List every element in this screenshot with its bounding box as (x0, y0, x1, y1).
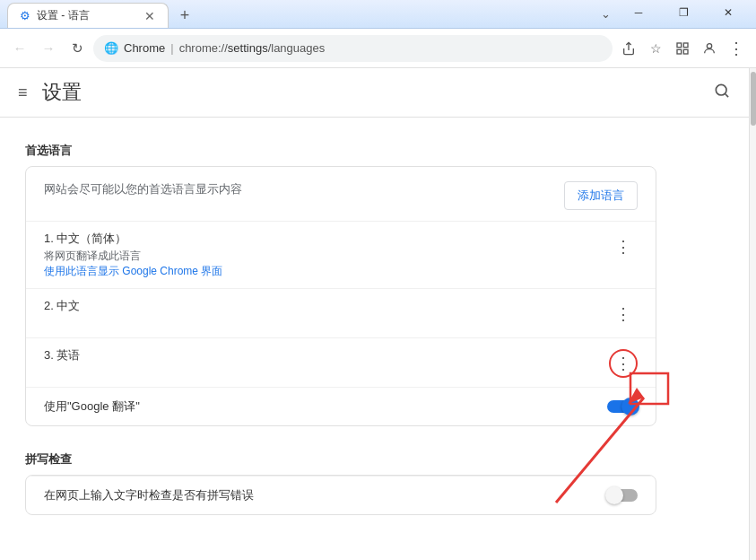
addressbar: ← → ↻ 🌐 Chrome | chrome://settings/langu… (0, 29, 756, 68)
settings-search-button[interactable] (713, 82, 731, 104)
preferred-language-card-header: 网站会尽可能以您的首选语言显示内容 添加语言 (26, 167, 656, 221)
language-item-2: 2. 中文 ⋮ (26, 288, 656, 337)
language-item-3: 3. 英语 ⋮ (26, 337, 656, 387)
google-translate-toggle-row: 使用"Google 翻译" (26, 387, 656, 425)
spellcheck-description: 在网页上输入文字时检查是否有拼写错误 (44, 487, 254, 503)
address-url: chrome://settings/languages (179, 41, 326, 55)
spellcheck-toggle-row: 在网页上输入文字时检查是否有拼写错误 (26, 476, 656, 514)
profile-button[interactable] (697, 36, 722, 61)
spellcheck-section-title: 拼写检查 (25, 441, 656, 475)
svg-point-4 (707, 43, 711, 48)
share-button[interactable] (616, 36, 641, 61)
toolbar-right: ☆ ⋮ (616, 36, 749, 61)
language-item-3-content: 3. 英语 (44, 347, 609, 365)
scrollbar-thumb[interactable] (751, 72, 756, 126)
settings-main-content: ≡ 设置 首选语言 网站会尽可能以您的首选语言显示内容 添加语言 1 (0, 68, 749, 560)
language-1-name: 1. 中文（简体） (44, 231, 609, 247)
close-window-button[interactable]: ✕ (708, 0, 749, 27)
language-item-1: 1. 中文（简体） 将网页翻译成此语言 使用此语言显示 Google Chrom… (26, 221, 656, 288)
settings-page: ≡ 设置 首选语言 网站会尽可能以您的首选语言显示内容 添加语言 1 (0, 68, 756, 560)
language-1-more-button[interactable]: ⋮ (609, 232, 638, 261)
scrollbar-track[interactable] (749, 68, 756, 560)
tab-search-button[interactable] (670, 36, 695, 61)
add-language-button[interactable]: 添加语言 (564, 181, 638, 210)
address-separator: | (170, 41, 173, 55)
spellcheck-toggle[interactable] (607, 489, 638, 502)
tab-strip-chevron[interactable]: ⌄ (601, 7, 611, 21)
language-item-1-content: 1. 中文（简体） 将网页翻译成此语言 使用此语言显示 Google Chrom… (44, 231, 609, 279)
restore-button[interactable]: ❐ (663, 0, 704, 27)
language-1-ui-tag: 使用此语言显示 Google Chrome 界面 (44, 264, 609, 279)
language-3-name: 3. 英语 (44, 347, 609, 363)
svg-rect-1 (683, 43, 688, 48)
language-2-more-button[interactable]: ⋮ (609, 300, 638, 328)
back-button[interactable]: ← (7, 36, 32, 61)
svg-point-5 (716, 84, 726, 95)
language-1-translate-tag: 将网页翻译成此语言 (44, 249, 609, 264)
minimize-button[interactable]: ─ (618, 0, 659, 27)
titlebar: ⚙ 设置 - 语言 ✕ + ⌄ ─ ❐ ✕ (0, 0, 756, 29)
address-bar-input[interactable]: 🌐 Chrome | chrome://settings/languages (93, 35, 613, 62)
google-translate-toggle[interactable] (607, 400, 638, 413)
tab-list: ⚙ 设置 - 语言 ✕ + (7, 0, 601, 28)
spellcheck-card: 在网页上输入文字时检查是否有拼写错误 (25, 475, 656, 515)
preferred-language-card: 网站会尽可能以您的首选语言显示内容 添加语言 1. 中文（简体） 将网页翻译成此… (25, 166, 656, 426)
svg-rect-0 (677, 43, 682, 48)
tab-close-button[interactable]: ✕ (143, 9, 157, 23)
settings-page-title: 设置 (42, 79, 82, 106)
svg-rect-2 (677, 49, 682, 54)
forward-button[interactable]: → (36, 36, 61, 61)
chrome-menu-button[interactable]: ⋮ (724, 36, 749, 61)
bookmark-button[interactable]: ☆ (643, 36, 668, 61)
google-translate-label: 使用"Google 翻译" (44, 398, 140, 415)
language-3-more-button[interactable]: ⋮ (609, 349, 638, 378)
svg-rect-3 (683, 49, 688, 54)
new-tab-button[interactable]: + (172, 3, 197, 28)
language-item-2-content: 2. 中文 (44, 298, 609, 316)
settings-content: 首选语言 网站会尽可能以您的首选语言显示内容 添加语言 1. 中文（简体） 将网… (0, 118, 682, 544)
preferred-language-description: 网站会尽可能以您的首选语言显示内容 (44, 181, 242, 197)
tab-favicon-icon: ⚙ (19, 10, 31, 22)
hamburger-menu-button[interactable]: ≡ (18, 83, 28, 102)
window-controls: ─ ❐ ✕ (618, 2, 749, 27)
preferred-language-section-title: 首选语言 (25, 132, 656, 166)
address-brand: Chrome (124, 41, 165, 55)
secure-icon: 🌐 (104, 41, 118, 55)
reload-button[interactable]: ↻ (65, 36, 90, 61)
active-tab[interactable]: ⚙ 设置 - 语言 ✕ (7, 3, 169, 28)
settings-header: ≡ 设置 (0, 68, 749, 118)
tab-title: 设置 - 语言 (37, 8, 90, 23)
language-2-name: 2. 中文 (44, 298, 609, 314)
